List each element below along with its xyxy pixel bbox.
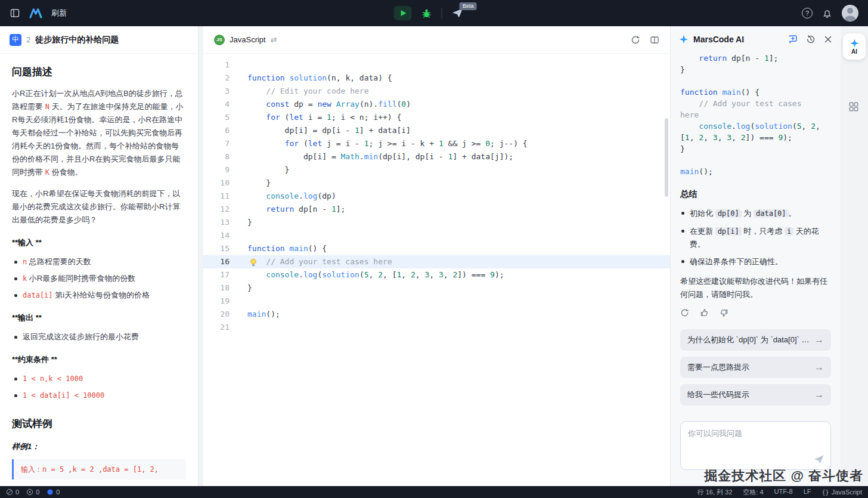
ai-label: AI (851, 48, 857, 55)
editor-line[interactable]: 13} (203, 216, 670, 229)
new-chat-icon[interactable] (788, 35, 798, 44)
assistant-header: MarsCode AI (671, 26, 841, 52)
editor-line[interactable]: 8 dp[i] = Math.min(dp[i], dp[i - 1] + da… (203, 150, 670, 163)
problem-paragraph: 现在，小R希望在保证每天食物消耗的前提下，以最小的花费完成这次徒步旅行。你能帮助… (12, 187, 186, 227)
line-number: 18 (203, 282, 240, 295)
line-number: 6 (203, 124, 240, 137)
editor-line[interactable]: 9 } (203, 163, 670, 177)
send-icon[interactable] (813, 454, 824, 465)
main-area: 中 2 徒步旅行中的补给问题 问题描述 小R正在计划一次从地点A到地点B的徒步旅… (0, 26, 868, 486)
code-text: for (let i = 1; i < n; i++) { (240, 111, 401, 124)
divider (442, 8, 442, 18)
inline-code: i (785, 227, 793, 236)
line-number: 5 (203, 111, 240, 124)
info-icon (46, 488, 54, 496)
editor-line[interactable]: 3 // Edit your code here (203, 85, 670, 98)
code-text: function solution(n, k, data) { (240, 72, 392, 85)
list-item: n 总路程需要的天数 (12, 255, 186, 268)
line-number: 16 (203, 255, 240, 268)
editor-line[interactable]: 5 for (let i = 1; i < n; i++) { (203, 111, 670, 124)
status-item[interactable]: 行 16, 列 32 (698, 488, 733, 497)
summary-list: 初始化 dp[0] 为 data[0]。在更新 dp[i] 时，只考虑 i 天的… (680, 207, 831, 268)
editor-line[interactable]: 15function main() { (203, 242, 670, 255)
problem-description[interactable]: 问题描述 小R正在计划一次从地点A到地点B的徒步旅行，总路程需要 N 天。为了在… (0, 54, 198, 486)
watermark: 掘金技术社区 @ 奋斗使者 (704, 467, 863, 485)
editor-line[interactable]: 14 (203, 229, 670, 242)
problem-title: 徒步旅行中的补给问题 (35, 35, 119, 45)
editor-line[interactable]: 18} (203, 282, 670, 295)
line-number: 10 (203, 177, 240, 190)
code-text: } (240, 282, 252, 295)
editor-line[interactable]: 20main(); (203, 308, 670, 321)
debug-button[interactable] (421, 8, 432, 18)
sample1-input-block: 输入：n = 5 ,k = 2 ,data = [1, 2, (12, 459, 186, 480)
help-icon[interactable]: ? (802, 8, 813, 18)
errors-indicator[interactable]: 0 (6, 488, 19, 496)
language-indicator[interactable]: {} JavaScript (822, 488, 862, 496)
status-item[interactable]: UTF-8 (774, 488, 793, 497)
problem-number: 2 (26, 35, 30, 44)
chat-input[interactable]: 你可以问我问题 (680, 421, 831, 470)
list-item: k 小R最多能同时携带食物的份数 (12, 272, 186, 285)
status-item[interactable]: LF (804, 488, 811, 497)
line-number: 2 (203, 72, 240, 85)
code-text: // Edit your code here (240, 85, 369, 98)
info-indicator[interactable]: 0 (46, 488, 60, 496)
code-text: } (240, 177, 271, 190)
regenerate-icon[interactable] (680, 308, 689, 317)
switch-language-icon[interactable]: ⇄ (271, 35, 277, 44)
editor-line[interactable]: 4 const dp = new Array(n).fill(0) (203, 98, 670, 111)
thumbs-up-icon[interactable] (700, 308, 709, 317)
suggestion-chip[interactable]: 需要一点思路提示→ (680, 357, 831, 378)
list-item: 1 < data[i] < 10000 (12, 389, 186, 402)
javascript-icon: JS (214, 35, 225, 45)
sidebar-toggle-icon[interactable] (10, 8, 20, 18)
panel-splitter[interactable] (199, 26, 203, 486)
editor-body[interactable]: 12function solution(n, k, data) {3 // Ed… (203, 54, 670, 486)
reset-code-icon[interactable] (631, 35, 640, 45)
history-icon[interactable] (806, 35, 816, 44)
status-bar: 0 0 0 行 16, 列 32空格: 4UTF-8LF {} JavaScri… (0, 486, 868, 498)
assistant-body[interactable]: return dp[n - 1]; } function main() { //… (671, 52, 841, 486)
suggestion-chip[interactable]: 为什么初始化 `dp[0]` 为 `data[0]` 是...→ (680, 329, 831, 351)
run-button[interactable] (394, 6, 412, 20)
editor-line[interactable]: 10 } (203, 177, 670, 190)
marscode-logo[interactable] (29, 7, 43, 19)
user-avatar[interactable] (842, 5, 858, 21)
suggestion-chips: 为什么初始化 `dp[0]` 为 `data[0]` 是...→需要一点思路提示… (680, 329, 831, 406)
editor-line[interactable]: 11 console.log(dp) (203, 190, 670, 203)
editor-line[interactable]: 19 (203, 295, 670, 308)
editor-line[interactable]: 21 (203, 321, 670, 334)
line-number: 1 (203, 58, 240, 72)
code-text: dp[i] = dp[i - 1] + data[i] (240, 124, 411, 137)
editor-line[interactable]: 17 console.log(solution(5, 2, [1, 2, 3, … (203, 268, 670, 282)
editor-line[interactable]: 7 for (let j = i - 1; j >= i - k + 1 && … (203, 137, 670, 150)
language-tab[interactable]: JS JavaScript ⇄ (214, 35, 277, 45)
editor-line[interactable]: 2function solution(n, k, data) { (203, 72, 670, 85)
code-text: return dp[n - 1]; (240, 203, 345, 216)
notifications-bell-icon[interactable] (822, 8, 832, 18)
submit-button[interactable]: Beta (452, 8, 464, 18)
dock-apps-icon[interactable] (848, 101, 859, 112)
suggestion-chip[interactable]: 给我一些代码提示→ (680, 384, 831, 406)
refresh-button[interactable]: 刷新 (51, 8, 67, 18)
close-icon[interactable] (824, 35, 832, 44)
line-number: 17 (203, 268, 240, 282)
line-number: 4 (203, 98, 240, 111)
description-heading: 问题描述 (12, 66, 186, 79)
code-text: } (240, 163, 289, 177)
split-view-icon[interactable] (650, 35, 659, 45)
status-item[interactable]: 空格: 4 (743, 488, 763, 497)
editor-line[interactable]: 12 return dp[n - 1]; (203, 203, 670, 216)
input-heading: **输入 ** (12, 236, 186, 249)
editor-line[interactable]: 1 (203, 58, 670, 72)
editor-line[interactable]: 6 dp[i] = dp[i - 1] + data[i] (203, 124, 670, 137)
suggestion-label: 需要一点思路提示 (687, 362, 749, 373)
warnings-indicator[interactable]: 0 (26, 488, 39, 496)
inline-code: 1 < n,k < 1000 (23, 375, 83, 383)
editor-scrollbar[interactable] (665, 118, 668, 197)
ai-assistant-button[interactable]: AI (843, 33, 866, 60)
editor-line[interactable]: 16 // Add your test cases here (203, 255, 670, 268)
code-text: } (240, 216, 252, 229)
thumbs-down-icon[interactable] (720, 308, 728, 317)
